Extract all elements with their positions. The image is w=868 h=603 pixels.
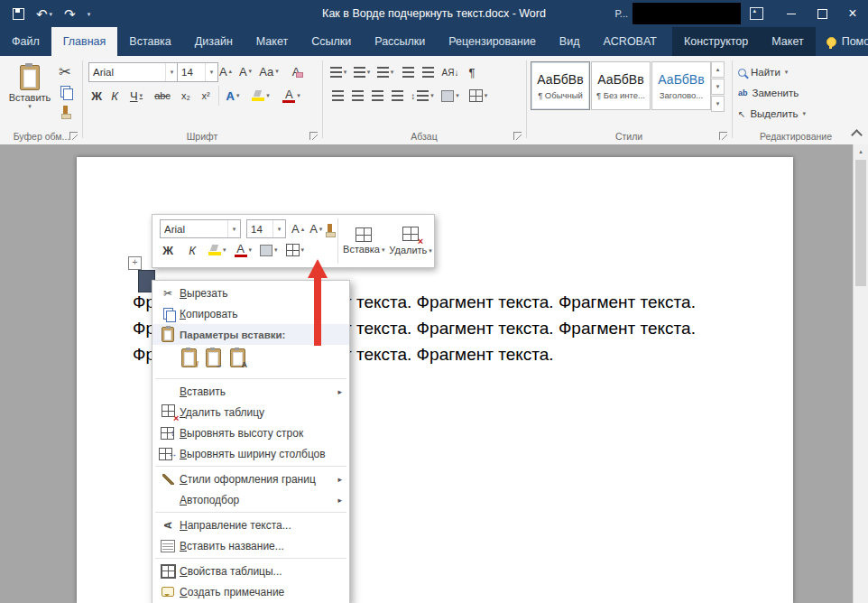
bold-button[interactable]: Ж	[88, 86, 105, 106]
styles-scroll-down-button[interactable]: ▾	[711, 79, 725, 95]
paste-keep-formatting-button[interactable]: /	[181, 348, 197, 367]
align-left-button[interactable]	[328, 86, 346, 106]
strikethrough-button[interactable]: abc	[150, 86, 175, 106]
mini-insert-button[interactable]: Вставка▾	[340, 215, 387, 267]
multilevel-list-button[interactable]: ▾	[375, 62, 395, 82]
font-color-button[interactable]: А ▾	[278, 86, 305, 106]
tab-review[interactable]: Рецензирование	[437, 27, 548, 56]
tab-references[interactable]: Ссылки	[300, 27, 363, 56]
shading-button[interactable]: ▾	[439, 86, 462, 106]
table-move-handle[interactable]: +	[128, 256, 142, 270]
mini-font-family-combo[interactable]: Arial ▾	[160, 219, 241, 238]
increase-indent-button[interactable]	[419, 62, 437, 82]
select-button[interactable]: ↖Выделить▾	[738, 105, 806, 123]
copy-button[interactable]	[56, 83, 74, 99]
tab-table-design[interactable]: Конструктор	[672, 27, 760, 56]
mini-shading-button[interactable]: ▾	[260, 245, 278, 256]
mini-italic-button[interactable]: К	[184, 244, 200, 257]
format-painter-button[interactable]	[56, 103, 74, 119]
borders-button[interactable]: ▾	[466, 86, 491, 106]
text-highlight-button[interactable]: ▾	[247, 86, 274, 106]
tab-view[interactable]: Вид	[548, 27, 592, 56]
menu-item-copy[interactable]: Копировать	[152, 303, 349, 324]
replace-button[interactable]: abЗаменить	[738, 84, 799, 102]
scroll-up-button[interactable]: ▴	[854, 144, 868, 159]
styles-scroll-up-button[interactable]: ▴	[711, 61, 725, 78]
tab-file[interactable]: Файл	[0, 27, 51, 56]
menu-item-cut[interactable]: ✂ Вырезать	[152, 283, 349, 303]
mini-highlight-button[interactable]: ▾	[208, 245, 226, 255]
line-spacing-button[interactable]: ↕▾	[410, 86, 435, 106]
menu-item-new-comment[interactable]: Создать примечание	[152, 581, 349, 602]
scrollbar-thumb[interactable]	[855, 160, 866, 286]
paste-keep-text-button[interactable]: А	[230, 348, 245, 367]
paragraph-dialog-launcher[interactable]	[513, 132, 522, 140]
tab-insert[interactable]: Вставка	[117, 27, 182, 56]
menu-item-distribute-columns[interactable]: ↔ Выровнять ширину столбцов	[152, 443, 349, 464]
paste-button[interactable]: Вставить▾	[7, 60, 52, 129]
styles-dialog-launcher[interactable]	[719, 132, 727, 140]
sort-button[interactable]: АЯ↓	[439, 62, 462, 82]
grow-font-button[interactable]: А▴	[217, 61, 235, 81]
show-marks-button[interactable]: ¶	[464, 62, 480, 82]
ribbon-display-options-button[interactable]	[750, 7, 763, 20]
mini-grow-font-button[interactable]: А▴	[291, 222, 304, 236]
bullets-button[interactable]: ▾	[328, 62, 348, 82]
font-size-combo[interactable]: 14 ▾	[177, 62, 218, 82]
italic-button[interactable]: К	[106, 86, 123, 106]
shrink-font-button[interactable]: А▾	[236, 61, 254, 81]
change-case-button[interactable]: Аа▾	[256, 61, 282, 81]
menu-item-insert-caption[interactable]: Вставить название...	[152, 535, 349, 556]
text-effects-button[interactable]: А▾	[222, 86, 244, 106]
find-button[interactable]: Найти▾	[738, 63, 788, 81]
underline-button[interactable]: Ч▾	[125, 86, 148, 106]
undo-button[interactable]: ↶▾	[36, 7, 52, 21]
paste-merge-formatting-button[interactable]: →	[206, 348, 221, 367]
align-right-button[interactable]	[368, 86, 386, 106]
mini-shrink-font-button[interactable]: А▾	[309, 222, 322, 236]
close-button[interactable]: ×	[837, 0, 868, 27]
mini-format-painter-button[interactable]	[328, 224, 332, 235]
mini-bold-button[interactable]: Ж	[160, 244, 176, 257]
menu-item-autofit[interactable]: Автоподбор ▸	[152, 489, 349, 510]
style-no-spacing[interactable]: АаБбВв ¶ Без инте...	[591, 61, 651, 110]
mini-borders-button[interactable]: ▾	[286, 244, 305, 256]
menu-item-border-styles[interactable]: Стили оформления границ ▸	[152, 468, 349, 489]
tab-home[interactable]: Главная	[51, 27, 118, 56]
tab-table-layout[interactable]: Макет	[760, 27, 815, 56]
tab-design[interactable]: Дизайн	[183, 27, 245, 56]
tab-layout[interactable]: Макет	[245, 27, 300, 56]
style-heading1[interactable]: АаБбВв Заголово...	[651, 61, 711, 110]
mini-font-size-combo[interactable]: 14 ▾	[246, 219, 286, 238]
mini-delete-button[interactable]: × Удалить▾	[387, 215, 434, 267]
superscript-button[interactable]: х²	[197, 86, 215, 106]
maximize-button[interactable]	[807, 0, 837, 27]
clipboard-dialog-launcher[interactable]	[69, 132, 78, 140]
customize-qat-button[interactable]: ▾	[88, 11, 91, 17]
font-dialog-launcher[interactable]	[309, 132, 318, 140]
tell-me-box[interactable]: Помощ	[816, 27, 868, 56]
font-family-combo[interactable]: Arial ▾	[88, 62, 179, 82]
shading-bucket-icon	[260, 245, 272, 256]
menu-item-insert[interactable]: Вставить ▸	[152, 381, 349, 402]
styles-more-button[interactable]: ▾	[711, 96, 725, 112]
align-center-button[interactable]	[348, 86, 366, 106]
save-button[interactable]	[13, 8, 24, 20]
clear-formatting-button[interactable]: А	[285, 61, 307, 81]
tab-acrobat[interactable]: ACROBAT	[591, 27, 669, 56]
redo-button[interactable]: ↷	[64, 7, 76, 21]
cut-button[interactable]: ✂	[56, 63, 74, 79]
justify-button[interactable]	[388, 86, 406, 106]
mini-font-color-button[interactable]: А▾	[235, 243, 253, 257]
menu-item-distribute-rows[interactable]: ↕ Выровнять высоту строк	[152, 422, 349, 443]
minimize-button[interactable]	[776, 0, 807, 27]
subscript-button[interactable]: х₂	[177, 86, 195, 106]
tab-mailings[interactable]: Рассылки	[363, 27, 437, 56]
menu-item-delete-table[interactable]: × Удалить таблицу	[152, 402, 349, 422]
numbering-button[interactable]: ▾	[352, 62, 372, 82]
decrease-indent-button[interactable]	[399, 62, 417, 82]
chevron-down-icon: ▾	[430, 92, 434, 99]
style-normal[interactable]: АаБбВв ¶ Обычный	[531, 61, 590, 110]
menu-item-text-direction[interactable]: А Направление текста...	[152, 515, 349, 535]
menu-item-table-properties[interactable]: Свойства таблицы...	[152, 561, 349, 581]
